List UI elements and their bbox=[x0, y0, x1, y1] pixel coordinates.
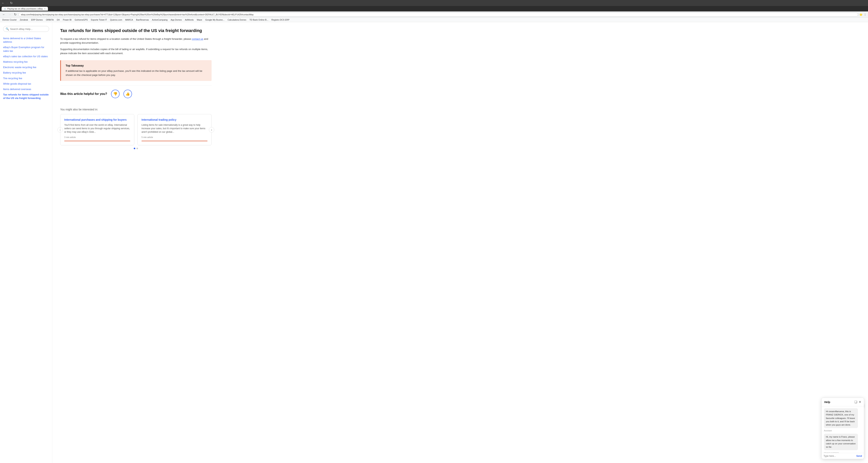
chat-input[interactable] bbox=[824, 455, 855, 457]
search-input[interactable] bbox=[10, 28, 46, 30]
sidebar-item-battery[interactable]: Battery recycling fee bbox=[3, 70, 49, 75]
reload-button[interactable]: ↻ bbox=[13, 12, 17, 17]
bookmark-item[interactable]: DX bbox=[56, 18, 61, 21]
sidebar-item-us-address[interactable]: Items delivered to a United States addre… bbox=[3, 36, 49, 44]
assistant-label: Assistant bbox=[824, 430, 862, 432]
help-expand-button[interactable]: ❏ bbox=[855, 400, 857, 404]
bookmark-item[interactable]: App Domex bbox=[170, 18, 182, 21]
active-tab[interactable]: 🛒 Paying tax on eBay purchases | eBay ✕ bbox=[2, 7, 48, 11]
browser-tabs: 🛒 Paying tax on eBay purchases | eBay ✕ bbox=[0, 6, 868, 11]
forward-button[interactable]: → bbox=[7, 12, 12, 17]
takeaway-text: If additional tax is applicable on your … bbox=[66, 69, 207, 77]
article-para2: Supporting documentation includes copies… bbox=[60, 48, 212, 56]
card-1-underline bbox=[64, 141, 130, 141]
carousel-dots bbox=[60, 148, 212, 149]
back-button[interactable]: ← bbox=[2, 12, 6, 17]
bookmark-item[interactable]: Soporte Ticket IT bbox=[90, 18, 108, 21]
sidebar-item-white-goods[interactable]: White goods disposal tax bbox=[3, 81, 49, 87]
sidebar-item-buyer-exemption[interactable]: eBay's Buyer Exemption program for sales… bbox=[3, 44, 49, 54]
thumbs-down-button[interactable]: 👎 bbox=[111, 90, 120, 98]
related-card-1: International purchases and shipping for… bbox=[60, 114, 134, 145]
helpful-section: Was this article helpful for you? 👎 👍 bbox=[60, 86, 212, 102]
bookmark-item[interactable]: Google My Busine... bbox=[205, 18, 225, 21]
related-cards: International purchases and shipping for… bbox=[60, 114, 212, 145]
sender-label: FRANZ GIERICK bbox=[824, 452, 862, 453]
sidebar-item-overseas[interactable]: Items delivered overseas bbox=[3, 87, 49, 92]
bookmark-item[interactable]: ORBITA bbox=[45, 18, 55, 21]
bookmark-item[interactable]: Waze bbox=[196, 18, 203, 21]
sidebar-item-ewaste[interactable]: Electronic waste recycling fee bbox=[3, 65, 49, 70]
card-2-desc: Listing items for sale internationally i… bbox=[142, 123, 208, 134]
sidebar-item-mattress[interactable]: Mattress recycling fee bbox=[3, 59, 49, 65]
dot-1[interactable] bbox=[134, 148, 135, 149]
bookmark-item[interactable]: Power BI bbox=[62, 18, 72, 21]
card-2-underline bbox=[142, 141, 208, 141]
related-intro: You might also be interested in: bbox=[60, 108, 212, 111]
chat-messages: Hi cesarvillanueva, this is FRANZ GIERIC… bbox=[822, 406, 864, 453]
card-1-desc: You'll find items from all over the worl… bbox=[64, 123, 130, 134]
url-bar[interactable]: ebay.com/help/paying-items/paying-tax-eb… bbox=[19, 12, 858, 17]
sidebar-item-tire[interactable]: Tire recycling fee bbox=[3, 76, 49, 81]
help-header: Help ❏ ✕ bbox=[822, 398, 864, 406]
carousel-next-button[interactable]: › bbox=[209, 127, 214, 132]
dot-2[interactable] bbox=[136, 148, 138, 149]
search-icon: 🔍 bbox=[6, 27, 9, 30]
takeaway-box: Top Takeaway If additional tax is applic… bbox=[60, 60, 212, 81]
help-close-button[interactable]: ✕ bbox=[859, 400, 861, 404]
sidebar: 🔍 Items delivered to a United States add… bbox=[0, 22, 53, 463]
nav-bar: ← → ↻ ebay.com/help/paying-items/paying-… bbox=[0, 11, 868, 18]
search-box[interactable]: 🔍 bbox=[3, 26, 49, 32]
help-header-actions: ❏ ✕ bbox=[855, 400, 861, 404]
card-2-meta: 5 min article bbox=[142, 136, 208, 138]
page-layout: 🔍 Items delivered to a United States add… bbox=[0, 22, 868, 463]
bookmark-item[interactable]: Registro DCS ERP bbox=[271, 18, 290, 21]
related-card-2: International trading policy Listing ite… bbox=[137, 114, 212, 145]
main-content: Tax refunds for items shipped outside of… bbox=[53, 22, 219, 463]
bookmark-item[interactable]: ERP Domex bbox=[30, 18, 43, 21]
card-1-title[interactable]: International purchases and shipping for… bbox=[64, 118, 130, 121]
contact-us-link[interactable]: contact us bbox=[192, 37, 203, 40]
card-2-title[interactable]: International trading policy bbox=[142, 118, 208, 121]
bookmark-item[interactable]: MARCA bbox=[124, 18, 134, 21]
tab-label: Paying tax on eBay purchases | eBay bbox=[7, 7, 43, 10]
bookmark-item[interactable]: AdWords bbox=[184, 18, 194, 21]
help-widget: Help ❏ ✕ Hi cesarvillanueva, this is FRA… bbox=[822, 398, 864, 459]
bookmark-item[interactable]: ActiveCampaing bbox=[151, 18, 168, 21]
send-button[interactable]: Send bbox=[856, 455, 862, 457]
card-1-meta: 3 min article bbox=[64, 136, 130, 138]
bookmark-item[interactable]: Quierox.com bbox=[109, 18, 123, 21]
sidebar-item-sales-tax[interactable]: eBay's sales tax collection for US state… bbox=[3, 54, 49, 59]
bookmark-item[interactable]: Calculadora Domex bbox=[227, 18, 247, 21]
help-widget-title: Help bbox=[824, 401, 830, 404]
takeaway-title: Top Takeaway bbox=[66, 64, 207, 67]
chat-message-2: Hi, my name is Franz, please allow me a … bbox=[824, 434, 858, 450]
helpful-label: Was this article helpful for you? bbox=[60, 92, 107, 96]
related-section: You might also be interested in: ‹ Inter… bbox=[60, 108, 212, 149]
bookmarks-bar: Domex CourierZendeskERP DomexORBITADXPow… bbox=[0, 18, 868, 22]
bookmark-item[interactable]: Zendesk bbox=[19, 18, 29, 21]
bookmark-item[interactable]: GoHomeGPS bbox=[74, 18, 89, 21]
sidebar-item-freight[interactable]: Tax refunds for items shipped outside of… bbox=[3, 92, 49, 101]
bookmark-item[interactable]: TD Bank Online B... bbox=[249, 18, 269, 21]
chat-input-area: Send bbox=[822, 453, 864, 459]
article-title: Tax refunds for items shipped outside of… bbox=[60, 28, 212, 34]
thumbs-up-button[interactable]: 👍 bbox=[123, 90, 132, 98]
sidebar-nav: Items delivered to a United States addre… bbox=[3, 36, 49, 101]
bookmark-item[interactable]: Domex Courier bbox=[2, 18, 18, 21]
article-para1: To request a tax refund for items shippe… bbox=[60, 37, 212, 45]
bookmark-item[interactable]: BanReservas bbox=[135, 18, 150, 21]
browser-chrome: ← → ↻ bbox=[0, 0, 868, 6]
chat-message-1: Hi cesarvillanueva, this is FRANZ GIERIC… bbox=[824, 408, 858, 428]
